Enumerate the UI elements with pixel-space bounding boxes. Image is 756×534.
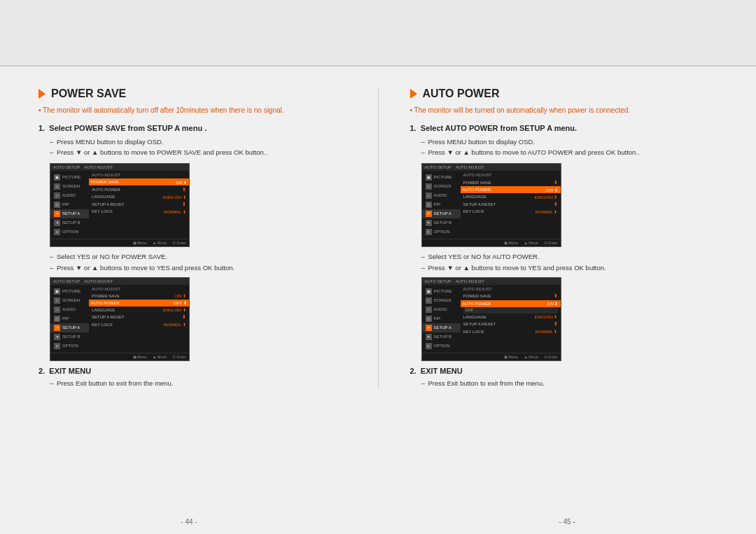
menu-row-powersave: POWER SAVE ON ⬆ bbox=[89, 178, 189, 185]
audio-icon: ♪ bbox=[54, 192, 60, 199]
menu-item-option-r2: ≡ OPTION bbox=[422, 342, 461, 351]
auto-power-title: AUTO POWER bbox=[410, 87, 718, 100]
menu-item-setupb: ✦ SETUP B bbox=[50, 218, 89, 227]
menu-row2-keylock: KEY LOCK NORMAL ⬆ bbox=[92, 321, 186, 328]
menu-item-setupa-r1: ✦ SETUP A bbox=[422, 209, 461, 218]
menu-left-r2: ▣ PICTURE □ SCREEN ♪ AUDIO ◫ PIP bbox=[422, 285, 461, 353]
menu-row-r2-powersave: POWER SAVE ⬆ bbox=[463, 293, 558, 300]
select-sub-item: Press ▼ or ▲ buttons to move to YES and … bbox=[50, 262, 346, 273]
menu-left2: ▣ PICTURE □ SCREEN ♪ AUDIO ◫ PIP bbox=[50, 285, 89, 353]
setupa-icon-r1: ✦ bbox=[426, 211, 432, 217]
menu-row-r1-language: LANGUAGE ENGLISH ⬆ bbox=[463, 193, 558, 200]
menu-item-picture-r2: ▣ PICTURE bbox=[422, 287, 461, 296]
power-save-select-subs: Select YES or NO for POWER SAVE. Press ▼… bbox=[50, 251, 346, 272]
power-save-menu2: AUTO SETUP AUTO ADJUST ▣ PICTURE □ SCREE… bbox=[50, 277, 190, 361]
menu-item-pip2: ◫ PIP bbox=[50, 314, 89, 323]
auto-power-step2: 2. EXIT MENU Press Exit button to exit f… bbox=[410, 367, 718, 388]
option-icon: ≡ bbox=[54, 229, 60, 235]
menu-item-screen2: □ SCREEN bbox=[50, 296, 89, 305]
auto-power-title-text: AUTO POWER bbox=[423, 87, 500, 100]
menu-item-pip-r1: ◫ PIP bbox=[422, 200, 461, 209]
auto-power-warning: • The monitor will be turned on automati… bbox=[410, 106, 718, 115]
audio-icon-r1: ♪ bbox=[426, 192, 432, 199]
picture-icon-r1: ▣ bbox=[426, 174, 432, 181]
auto-power-step1-subs: Press MENU button to display OSD. Press … bbox=[421, 136, 718, 157]
menu-item-option2: ≡ OPTION bbox=[50, 342, 89, 351]
menu-right-title: AUTO ADJUST bbox=[92, 173, 186, 177]
page-number-right: - 45 - bbox=[559, 518, 575, 526]
menu-item-option-r1: ≡ OPTION bbox=[422, 227, 461, 237]
page-number-left: - 44 - bbox=[181, 518, 197, 526]
setupa-icon-r2: ✦ bbox=[426, 325, 432, 331]
audio-icon2: ♪ bbox=[54, 307, 60, 313]
menu-top-bar: AUTO SETUP AUTO ADJUST bbox=[50, 164, 189, 171]
picture-icon: ▣ bbox=[54, 174, 60, 181]
menu-left-r1: ▣ PICTURE □ SCREEN ♪ AUDIO ◫ PIP bbox=[422, 171, 461, 239]
power-save-step1-header: 1. Select POWER SAVE from SETUP A menu . bbox=[38, 124, 346, 132]
sub-step-item: Press ▼ or ▲ buttons to move to POWER SA… bbox=[50, 147, 346, 157]
power-save-warning: • The monitor will automatically turn of… bbox=[38, 106, 346, 115]
menu-row-r2-keylock: KEY LOCK NORMAL ⬆ bbox=[463, 328, 558, 335]
setupb-icon-r1: ✦ bbox=[426, 220, 432, 226]
menu-row-r2-autopower: AUTO POWER ON ⬆ bbox=[461, 300, 561, 307]
menu-item-audio-r2: ♪ AUDIO bbox=[422, 305, 461, 314]
exit-sub-item: Press Exit button to exit from the menu. bbox=[50, 378, 346, 388]
select-sub-item: Select YES or NO for POWER SAVE. bbox=[50, 251, 346, 262]
content-area: POWER SAVE • The monitor will automatica… bbox=[0, 66, 756, 409]
menu-item-setupb-r2: ✦ SETUP B bbox=[422, 332, 461, 342]
power-save-title-text: POWER SAVE bbox=[51, 87, 126, 100]
menu-row-r2-off: OFF bbox=[463, 307, 558, 314]
menu-bottom-bar2: ◉ Menu ▲ Move ⊙ Enter bbox=[50, 353, 189, 360]
auto-power-section: AUTO POWER • The monitor will be turned … bbox=[400, 80, 729, 395]
exit-sub-left: Press Exit button to exit from the menu. bbox=[50, 378, 346, 388]
picture-icon2: ▣ bbox=[54, 288, 60, 295]
menu-inner: ▣ PICTURE □ SCREEN ♪ AUDIO ◫ PIP bbox=[50, 171, 189, 239]
menu-row2-language: LANGUAGE ENGLISH ⬆ bbox=[92, 307, 186, 314]
menu-row-r1-setupreset: SETUP A RESET ⬆ bbox=[463, 200, 558, 208]
audio-icon-r2: ♪ bbox=[426, 307, 432, 313]
menu-item-picture: ▣ PICTURE bbox=[50, 173, 89, 182]
picture-icon-r2: ▣ bbox=[426, 288, 432, 295]
menu-right-title-r2: AUTO ADJUST bbox=[463, 287, 558, 291]
setupa-icon2: ✦ bbox=[54, 325, 60, 331]
menu-item-setupa-r2: ✦ SETUP A bbox=[422, 323, 461, 332]
menu-row-language: LANGUAGE ENGLISH ⬆ bbox=[92, 193, 186, 200]
menu-right2: AUTO ADJUST POWER SAVE ON ⬆ AUTO POWER O… bbox=[89, 285, 189, 353]
menu-inner-r1: ▣ PICTURE □ SCREEN ♪ AUDIO ◫ PIP bbox=[422, 171, 561, 239]
screen-icon2: □ bbox=[54, 297, 60, 304]
setupb-icon-r2: ✦ bbox=[426, 334, 432, 340]
option-icon-r2: ≡ bbox=[426, 343, 432, 349]
screen-icon-r2: □ bbox=[426, 297, 432, 304]
top-bar bbox=[0, 0, 756, 66]
menu-item-setupa2: ✦ SETUP A bbox=[50, 323, 89, 332]
pip-icon: ◫ bbox=[54, 202, 60, 208]
setupb-icon2: ✦ bbox=[54, 334, 60, 340]
menu-bottom-bar: ◉ Menu ▲ Move ⊙ Enter bbox=[50, 239, 189, 246]
pip-icon2: ◫ bbox=[54, 316, 60, 322]
exit-title-left: 2. EXIT MENU bbox=[38, 367, 346, 375]
menu-item-screen: □ SCREEN bbox=[50, 182, 89, 191]
option-icon2: ≡ bbox=[54, 343, 60, 349]
menu-item-setupa: ✦ SETUP A bbox=[50, 209, 89, 218]
vertical-divider bbox=[378, 87, 379, 388]
menu-right-title2: AUTO ADJUST bbox=[92, 287, 186, 291]
menu-item-audio: ♪ AUDIO bbox=[50, 191, 89, 200]
menu-item-setupb2: ✦ SETUP B bbox=[50, 332, 89, 342]
triangle-icon bbox=[38, 89, 46, 99]
menu-top-bar-r2: AUTO SETUP AUTO ADJUST bbox=[422, 278, 561, 285]
menu-item-audio2: ♪ AUDIO bbox=[50, 305, 89, 314]
auto-power-menu2: AUTO SETUP AUTO ADJUST ▣ PICTURE □ SCREE… bbox=[421, 277, 561, 361]
menu-item-audio-r1: ♪ AUDIO bbox=[422, 191, 461, 200]
menu-item-screen-r1: □ SCREEN bbox=[422, 182, 461, 191]
menu-inner2: ▣ PICTURE □ SCREEN ♪ AUDIO ◫ PIP bbox=[50, 285, 189, 353]
menu-right-r2: AUTO ADJUST POWER SAVE ⬆ AUTO POWER ON ⬆… bbox=[461, 285, 561, 353]
menu-item-pip: ◫ PIP bbox=[50, 200, 89, 209]
setupa-icon: ✦ bbox=[54, 211, 60, 217]
menu-row-setupreset: SETUP A RESET ⬆ bbox=[92, 200, 186, 208]
select-sub-item-r: Select YES or NO for AUTO POWER. bbox=[421, 251, 718, 262]
auto-power-select-subs: Select YES or NO for AUTO POWER. Press ▼… bbox=[421, 251, 718, 272]
menu-bottom-bar-r2: ◉ Menu ▲ Move ⊙ Enter bbox=[422, 353, 561, 360]
option-icon-r1: ≡ bbox=[426, 229, 432, 235]
menu-top-bar2: AUTO SETUP AUTO ADJUST bbox=[50, 278, 189, 285]
menu-item-picture-r1: ▣ PICTURE bbox=[422, 173, 461, 182]
